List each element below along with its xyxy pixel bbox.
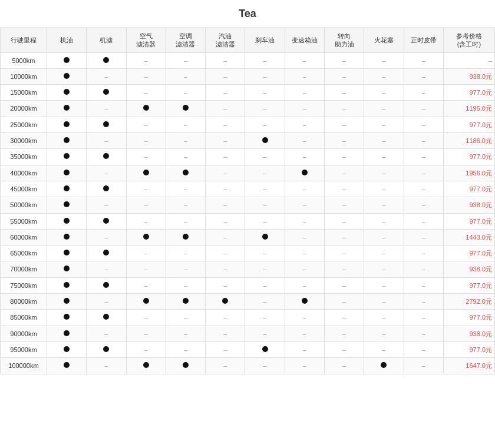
cell-oil_filter: –: [87, 261, 126, 277]
dash-icon: –: [144, 346, 148, 353]
dot-icon: [64, 105, 70, 111]
cell-oil_filter: –: [87, 133, 126, 149]
dash-icon: –: [223, 89, 227, 96]
dash-icon: –: [382, 137, 385, 144]
dash-icon: –: [223, 266, 227, 273]
cell-engine_oil: [47, 117, 86, 132]
table-row: 40000km––––––1956.0元: [1, 165, 495, 181]
dash-icon: –: [342, 298, 346, 305]
cell-steering_oil: –: [324, 213, 364, 229]
cell-mileage: 90000km: [1, 326, 47, 341]
dot-icon: [143, 234, 149, 240]
dash-icon: –: [303, 266, 306, 273]
dot-icon: [64, 137, 70, 143]
cell-brake_oil: –: [245, 181, 285, 197]
cell-engine_oil: [47, 341, 86, 357]
dash-icon: –: [104, 170, 108, 177]
cell-brake_oil: –: [245, 358, 285, 374]
cell-mileage: 85000km: [1, 310, 47, 326]
dash-icon: –: [144, 185, 148, 193]
table-row: 75000km––––––––977.0元: [1, 277, 495, 293]
header-trans-oil: 变速箱油: [285, 28, 324, 53]
dot-icon: [64, 234, 70, 240]
table-row: 60000km––––––1443.0元: [1, 229, 495, 245]
cell-mileage: 100000km: [1, 358, 47, 374]
dash-icon: –: [382, 105, 385, 112]
cell-air_filter: –: [126, 85, 166, 101]
cell-spark_plug: –: [364, 181, 404, 197]
cell-spark_plug: –: [364, 261, 404, 277]
cell-price: 977.0元: [443, 149, 494, 165]
cell-ac_filter: –: [166, 261, 205, 277]
dot-icon: [103, 185, 109, 191]
dash-icon: –: [223, 121, 227, 128]
cell-spark_plug: –: [364, 277, 404, 293]
table-row: 20000km–––––––1195.0元: [1, 101, 495, 117]
cell-fuel_filter: –: [206, 85, 245, 101]
cell-air_filter: [126, 294, 166, 310]
dash-icon: –: [422, 282, 425, 289]
dash-icon: –: [223, 170, 227, 177]
cell-air_filter: –: [126, 261, 166, 277]
cell-ac_filter: –: [166, 277, 205, 293]
app-title: Tea: [239, 8, 256, 20]
dot-icon: [103, 218, 109, 224]
cell-mileage: 45000km: [1, 181, 47, 197]
cell-trans_oil: [285, 165, 324, 181]
cell-engine_oil: [47, 133, 86, 149]
table-row: 90000km–––––––––938.0元: [1, 326, 495, 341]
dash-icon: –: [184, 218, 187, 225]
cell-air_filter: –: [126, 52, 166, 68]
dash-icon: –: [223, 105, 227, 112]
dash-icon: –: [144, 266, 148, 273]
cell-brake_oil: –: [245, 197, 285, 213]
cell-brake_oil: –: [245, 294, 285, 310]
cell-mileage: 65000km: [1, 245, 47, 261]
dash-icon: –: [342, 89, 346, 96]
cell-mileage: 80000km: [1, 294, 47, 310]
dash-icon: –: [382, 153, 385, 160]
cell-air_filter: [126, 165, 166, 181]
header-timing-belt: 正时皮带: [404, 28, 443, 53]
cell-mileage: 30000km: [1, 133, 47, 149]
cell-brake_oil: –: [245, 213, 285, 229]
cell-oil_filter: –: [87, 197, 126, 213]
dash-icon: –: [303, 73, 306, 80]
cell-timing_belt: –: [404, 326, 443, 341]
dash-icon: –: [342, 218, 346, 225]
table-row: 5000km–––––––––: [1, 52, 495, 68]
cell-fuel_filter: –: [206, 213, 245, 229]
dash-icon: –: [303, 282, 306, 289]
dash-icon: –: [144, 137, 148, 144]
cell-steering_oil: –: [324, 68, 364, 84]
cell-brake_oil: –: [245, 68, 285, 84]
cell-engine_oil: [47, 101, 86, 117]
cell-trans_oil: –: [285, 261, 324, 277]
dash-icon: –: [422, 153, 425, 160]
cell-spark_plug: –: [364, 52, 404, 68]
dash-icon: –: [263, 218, 266, 225]
cell-trans_oil: –: [285, 245, 324, 261]
dash-icon: –: [263, 57, 266, 64]
dash-icon: –: [184, 89, 187, 96]
cell-timing_belt: –: [404, 294, 443, 310]
dash-icon: –: [263, 201, 266, 208]
cell-spark_plug: –: [364, 101, 404, 117]
dash-icon: –: [144, 121, 148, 128]
cell-oil_filter: [87, 117, 126, 132]
dash-icon: –: [303, 89, 306, 96]
dash-icon: –: [223, 201, 227, 208]
dash-icon: –: [184, 57, 187, 64]
dot-icon: [302, 170, 308, 175]
cell-trans_oil: –: [285, 310, 324, 326]
cell-timing_belt: –: [404, 181, 443, 197]
dash-icon: –: [263, 266, 266, 273]
cell-brake_oil: –: [245, 326, 285, 341]
table-row: 25000km––––––––977.0元: [1, 117, 495, 132]
dash-icon: –: [382, 314, 385, 321]
dash-icon: –: [422, 362, 425, 369]
dash-icon: –: [382, 298, 385, 305]
cell-price: 938.0元: [443, 68, 494, 84]
cell-trans_oil: –: [285, 117, 324, 132]
cell-brake_oil: –: [245, 117, 285, 132]
